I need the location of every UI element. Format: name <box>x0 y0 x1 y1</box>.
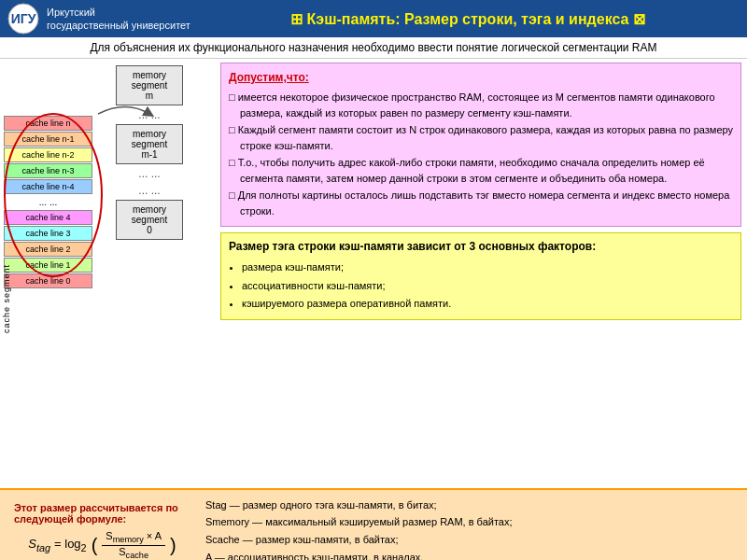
memory-dots-3: ... ... <box>138 184 160 197</box>
formula-fraction: Smemory × A Scache <box>102 530 165 559</box>
scache-desc: Scache — размер кэш-памяти, в байтах; <box>205 531 738 549</box>
memory-segment-0: memorysegment0 <box>116 200 183 240</box>
yellow-box-item: ассоциативности кэш-памяти; <box>242 278 733 295</box>
smemory-desc: Smemory — максимальный кэшируемый размер… <box>205 513 738 531</box>
pink-box-item: □ имеется некоторое физическое пространс… <box>229 90 733 120</box>
subtitle: Для объяснения их функционального назнач… <box>0 37 747 59</box>
university-name: Иркутский государственный университет <box>47 6 196 33</box>
formula-intro-label: Этот размер рассчитывается по следующей … <box>14 502 191 525</box>
equals-sign: = log2 <box>54 537 87 553</box>
page-title: ⊞ Кэш-память: Размер строки, тэга и инде… <box>196 10 740 28</box>
stag-desc: Stag — размер одного тэга кэш-памяти, в … <box>205 497 738 514</box>
pink-box-items: □ имеется некоторое физическое пространс… <box>229 90 733 218</box>
main-content: cache line ncache line n-1cache line n-2… <box>0 59 747 488</box>
yellow-box-title: Размер тэга строки кэш-памяти зависит от… <box>229 238 733 256</box>
yellow-box-item: кэшируемого размера оперативной памяти. <box>242 296 733 313</box>
pink-box-item: □ Для полноты картины осталось лишь подс… <box>229 188 733 218</box>
open-paren: ( <box>92 535 98 556</box>
memory-segment-m: memorysegmentm <box>116 65 183 105</box>
pink-box-item: □ Т.о., чтобы получить адрес какой-либо … <box>229 155 733 186</box>
cache-line-item: cache line n-3 <box>4 163 92 178</box>
memory-dots-2: ... ... <box>138 167 160 180</box>
right-section: Допустим,что: □ имеется некоторое физиче… <box>215 59 747 488</box>
pink-box-title: Допустим,что: <box>229 69 733 86</box>
svg-text:ИГУ: ИГУ <box>11 11 36 26</box>
yellow-info-box: Размер тэга строки кэш-памяти зависит от… <box>220 232 741 320</box>
a-desc: A — ассоциативность кэш-памяти, в канала… <box>205 549 738 560</box>
cache-line-item: cache line n-4 <box>4 179 92 194</box>
formula-left: Этот размер рассчитывается по следующей … <box>9 502 196 559</box>
cache-segment-label: cache segment <box>2 264 11 333</box>
cache-line-item: cache line 4 <box>4 210 92 225</box>
cache-line-item: cache line 1 <box>4 258 92 273</box>
denominator: Scache <box>115 546 152 560</box>
formula-display: Stag = log2 ( Smemory × A Scache ) <box>28 530 176 559</box>
cache-line-item: cache line n-2 <box>4 147 92 162</box>
memory-diagram: memorysegmentm... ...memorysegmentm-1...… <box>112 64 187 241</box>
pink-info-box: Допустим,что: □ имеется некоторое физиче… <box>220 63 741 227</box>
pink-box-item: □ Каждый сегмент памяти состоит из N стр… <box>229 122 733 153</box>
yellow-box-item: размера кэш-памяти; <box>242 259 733 276</box>
formula-right: Stag — размер одного тэга кэш-памяти, в … <box>196 497 738 560</box>
close-paren: ) <box>170 535 176 556</box>
numerator: Smemory × A <box>102 530 165 544</box>
formula-section: Этот размер рассчитывается по следующей … <box>0 488 747 560</box>
cache-line-item: cache line n <box>4 116 92 131</box>
cache-line-item: ... ... <box>4 195 92 209</box>
university-logo: ИГУ <box>7 3 39 35</box>
cache-line-item: cache line 3 <box>4 226 92 241</box>
yellow-box-list: размера кэш-памяти;ассоциативности кэш-п… <box>229 259 733 313</box>
cache-line-item: cache line 2 <box>4 242 92 257</box>
cache-line-item: cache line n-1 <box>4 132 92 147</box>
memory-dots-1: ... ... <box>138 108 160 121</box>
left-section: cache line ncache line n-1cache line n-2… <box>0 59 215 488</box>
cache-line-item: cache line 0 <box>4 273 92 288</box>
cache-lines-list: cache line ncache line n-1cache line n-2… <box>4 115 92 289</box>
stag-var: Stag <box>28 537 50 553</box>
memory-segment-m1: memorysegmentm-1 <box>116 124 183 164</box>
header: ИГУ Иркутский государственный университе… <box>0 0 747 37</box>
